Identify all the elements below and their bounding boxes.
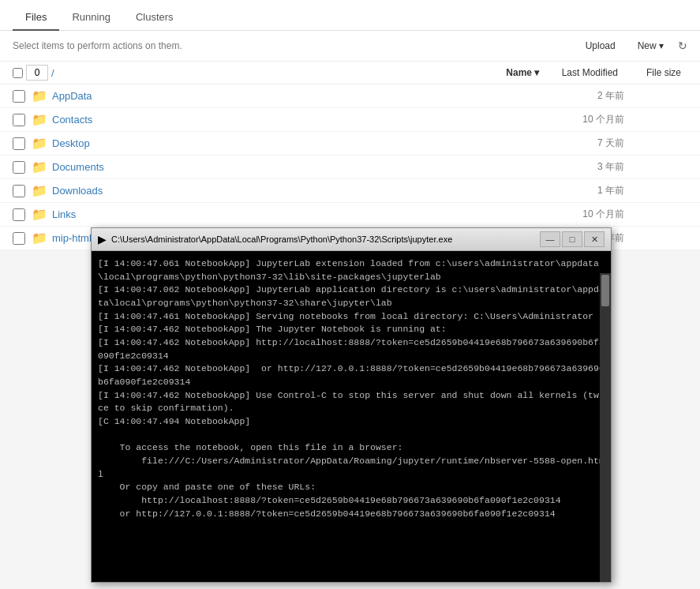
folder-icon: 📁 <box>32 183 47 198</box>
upload-button[interactable]: Upload <box>578 37 623 54</box>
new-button[interactable]: New ▾ <box>630 37 672 54</box>
folder-icon: 📁 <box>32 159 47 174</box>
cmd-maximize-button[interactable]: □ <box>562 231 582 247</box>
select-all-checkbox[interactable] <box>13 68 23 78</box>
file-list: 📁 AppData 2 年前 📁 Contacts 10 个月前 📁 Deskt… <box>0 84 700 250</box>
cmd-controls: — □ ✕ <box>540 231 605 247</box>
column-headers: Name ▾ Last Modified File size <box>500 67 687 78</box>
toolbar-hint: Select items to perform actions on them. <box>13 40 182 51</box>
row-checkbox[interactable] <box>13 232 25 245</box>
folder-icon: 📁 <box>32 112 47 127</box>
col-modified-header[interactable]: Last Modified <box>545 67 624 78</box>
table-row[interactable]: 📁 Desktop 7 天前 <box>0 132 700 156</box>
cmd-scrollbar[interactable] <box>600 273 611 582</box>
file-modified: 3 年前 <box>545 160 624 174</box>
breadcrumb-path[interactable]: / <box>51 67 54 79</box>
row-checkbox[interactable] <box>13 161 25 174</box>
row-checkbox[interactable] <box>13 137 25 150</box>
selected-count: 0 <box>26 65 48 81</box>
toolbar-actions: Upload New ▾ ↻ <box>578 37 687 54</box>
folder-icon: 📁 <box>32 231 47 246</box>
cmd-minimize-button[interactable]: — <box>540 231 560 247</box>
table-row[interactable]: 📁 Contacts 10 个月前 <box>0 108 700 132</box>
top-nav: Files Running Clusters <box>0 0 700 31</box>
file-name[interactable]: Links <box>52 208 545 220</box>
scrollbar-thumb[interactable] <box>601 275 609 306</box>
file-modified: 2 年前 <box>545 89 624 103</box>
row-checkbox[interactable] <box>13 114 25 126</box>
row-checkbox[interactable] <box>13 208 25 221</box>
table-row[interactable]: 📁 Links 10 个月前 <box>0 203 700 227</box>
cmd-close-button[interactable]: ✕ <box>584 231 605 247</box>
file-list-header: 0 / Name ▾ Last Modified File size <box>0 62 700 84</box>
folder-icon: 📁 <box>32 207 47 222</box>
cmd-titlebar: ▶ C:\Users\Administrator\AppData\Local\P… <box>92 228 611 251</box>
refresh-icon[interactable]: ↻ <box>678 39 687 52</box>
folder-icon: 📁 <box>32 136 47 151</box>
file-modified: 7 天前 <box>545 137 624 150</box>
tab-clusters[interactable]: Clusters <box>123 5 186 31</box>
file-name[interactable]: Documents <box>52 161 545 173</box>
toolbar: Select items to perform actions on them.… <box>0 31 700 62</box>
file-name[interactable]: Desktop <box>52 137 545 149</box>
folder-icon: 📁 <box>32 88 47 103</box>
col-size-header[interactable]: File size <box>624 67 687 78</box>
table-row[interactable]: 📁 Downloads 1 年前 <box>0 179 700 203</box>
table-row[interactable]: 📁 Documents 3 年前 <box>0 156 700 179</box>
row-checkbox[interactable] <box>13 90 25 103</box>
table-row[interactable]: 📁 AppData 2 年前 <box>0 84 700 108</box>
cmd-window: ▶ C:\Users\Administrator\AppData\Local\P… <box>91 227 612 583</box>
tab-files[interactable]: Files <box>13 5 59 31</box>
file-modified: 1 年前 <box>545 184 624 197</box>
cmd-title: C:\Users\Administrator\AppData\Local\Pro… <box>111 234 535 244</box>
file-name[interactable]: Downloads <box>52 185 545 197</box>
row-checkbox[interactable] <box>13 185 25 197</box>
cmd-icon: ▶ <box>98 233 107 246</box>
file-modified: 10 个月前 <box>545 113 624 126</box>
file-name[interactable]: AppData <box>52 90 545 102</box>
col-name-header[interactable]: Name ▾ <box>500 67 545 78</box>
file-modified: 10 个月前 <box>545 208 624 221</box>
cmd-output: [I 14:00:47.061 NotebookApp] JupyterLab … <box>92 251 611 582</box>
tab-running[interactable]: Running <box>59 5 122 31</box>
file-name[interactable]: Contacts <box>52 114 545 126</box>
select-all-area: 0 / <box>13 65 54 81</box>
